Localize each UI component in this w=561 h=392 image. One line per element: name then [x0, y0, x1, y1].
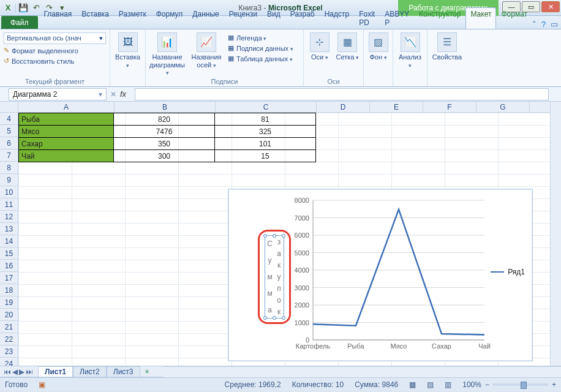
- tab-данные[interactable]: Данные: [187, 7, 224, 29]
- save-icon[interactable]: 💾: [18, 2, 29, 13]
- col-header-C[interactable]: C: [216, 102, 317, 113]
- row-header[interactable]: 11: [0, 198, 18, 211]
- worksheet-grid[interactable]: ABCDEFGHI 456789101112131415161718192021…: [0, 102, 561, 366]
- axis-titles-button[interactable]: 📈Названия осей: [189, 31, 224, 69]
- select-all-corner[interactable]: [0, 102, 18, 113]
- col-header-D[interactable]: D: [317, 102, 370, 113]
- reset-style-button[interactable]: ↺Восстановить стиль: [4, 56, 106, 66]
- row-header[interactable]: 7: [0, 149, 18, 162]
- row-header[interactable]: 21: [0, 321, 18, 333]
- row-header[interactable]: 12: [0, 211, 18, 223]
- tab-рецензи[interactable]: Рецензи: [224, 7, 262, 29]
- row-header[interactable]: 6: [0, 137, 18, 149]
- axes-button[interactable]: ⊹Оси: [307, 31, 332, 61]
- row-header[interactable]: 16: [0, 260, 18, 272]
- row-header[interactable]: 14: [0, 235, 18, 247]
- svg-text:1000: 1000: [295, 319, 309, 326]
- name-box[interactable]: Диаграмма 2▾: [9, 88, 107, 100]
- row-header[interactable]: 20: [0, 309, 18, 321]
- cells-area[interactable]: Рыба82081Мясо7476325Сахар350101Чай30015 …: [18, 113, 550, 366]
- gridlines-button[interactable]: ▦Сетка: [336, 31, 360, 61]
- doc-restore-icon[interactable]: ▭: [551, 20, 558, 29]
- help-icon[interactable]: ?: [541, 20, 546, 29]
- excel-icon: X: [2, 2, 13, 13]
- zoom-in-icon[interactable]: +: [552, 380, 556, 389]
- ribbon-minimize-icon[interactable]: ˄: [532, 20, 537, 29]
- row-header[interactable]: 18: [0, 284, 18, 296]
- group-current-fragment: Вертикальная ось (знач▾ ✎Формат выделенн…: [0, 29, 110, 86]
- ribbon: Вертикальная ось (знач▾ ✎Формат выделенн…: [0, 29, 561, 87]
- tab-file[interactable]: Файл: [1, 16, 38, 29]
- row-header[interactable]: 10: [0, 186, 18, 198]
- table-row[interactable]: Мясо7476325: [19, 126, 316, 138]
- fx-icon[interactable]: fx: [120, 89, 135, 99]
- table-row[interactable]: Сахар350101: [19, 138, 316, 150]
- row-header[interactable]: 4: [0, 113, 18, 125]
- cancel-icon[interactable]: ✕: [107, 90, 120, 99]
- macro-record-icon[interactable]: ▣: [39, 380, 45, 389]
- tab-foxit pd[interactable]: Foxit PD: [354, 7, 380, 29]
- vertical-scrollbar[interactable]: [550, 102, 561, 366]
- axis-title-textbox[interactable]: Сумма закупок: [265, 235, 284, 318]
- chart-title-button[interactable]: 📊Название диаграммы: [149, 31, 185, 77]
- row-header[interactable]: 23: [0, 345, 18, 358]
- tab-надстр[interactable]: Надстр: [320, 7, 355, 29]
- col-header-A[interactable]: A: [18, 102, 115, 113]
- row-header[interactable]: 15: [0, 247, 18, 260]
- zoom-out-icon[interactable]: −: [485, 380, 489, 389]
- analysis-button[interactable]: 📉Анализ: [397, 31, 423, 69]
- horizontal-scrollbar[interactable]: [164, 366, 561, 377]
- tab-разметк[interactable]: Разметк: [114, 7, 151, 29]
- view-normal-icon[interactable]: ▦: [409, 380, 416, 389]
- row-header[interactable]: 24: [0, 358, 18, 366]
- sheet-tab[interactable]: Лист3: [107, 366, 140, 377]
- chart-object[interactable]: 010002000300040005000600070008000Картофе…: [228, 189, 533, 361]
- row-header[interactable]: 8: [0, 162, 18, 174]
- row-header[interactable]: 19: [0, 296, 18, 309]
- format-selection-button[interactable]: ✎Формат выделенного: [4, 45, 106, 56]
- tab-abbyy p[interactable]: ABBYY P: [380, 7, 414, 29]
- tab-вид[interactable]: Вид: [262, 7, 285, 29]
- tab-разраб[interactable]: Разраб: [285, 7, 320, 29]
- tab-формат[interactable]: Формат: [496, 7, 532, 29]
- background-button[interactable]: ▨Фон: [367, 31, 389, 61]
- tab-главная[interactable]: Главная: [39, 7, 77, 29]
- data-table-button[interactable]: ▦Таблица данных: [228, 53, 293, 64]
- zoom-slider[interactable]: [493, 383, 548, 386]
- chart-element-selector[interactable]: Вертикальная ось (знач▾: [4, 31, 106, 45]
- col-header-E[interactable]: E: [370, 102, 423, 113]
- sheet-tab[interactable]: Лист1: [38, 366, 73, 377]
- close-button[interactable]: ✕: [541, 1, 560, 12]
- group-properties: ☰Свойства: [427, 29, 467, 86]
- view-pagebreak-icon[interactable]: ▥: [445, 380, 451, 389]
- row-header[interactable]: 9: [0, 174, 18, 186]
- formula-input[interactable]: [135, 88, 549, 100]
- table-row[interactable]: Чай30015: [19, 150, 316, 162]
- row-header[interactable]: 17: [0, 272, 18, 284]
- table-row[interactable]: Рыба82081: [19, 113, 316, 126]
- col-header-G[interactable]: G: [476, 102, 530, 113]
- data-labels-button[interactable]: ▦Подписи данных: [228, 43, 293, 53]
- row-header[interactable]: 13: [0, 223, 18, 235]
- row-headers[interactable]: 4567891011121314151617181920212223242526…: [0, 113, 18, 366]
- tab-макет[interactable]: Макет: [465, 7, 496, 29]
- sheet-nav[interactable]: ⏮◀▶⏭: [4, 368, 33, 376]
- zoom-value: 100%: [462, 380, 481, 389]
- col-header-B[interactable]: B: [115, 102, 216, 113]
- zoom-control[interactable]: 100% − +: [462, 380, 556, 389]
- tab-формул[interactable]: Формул: [151, 7, 188, 29]
- axes-icon: ⊹: [310, 32, 329, 52]
- tab-конструктор[interactable]: Конструктор: [414, 7, 465, 29]
- legend-button[interactable]: ▦Легенда: [228, 32, 293, 43]
- col-header-F[interactable]: F: [423, 102, 476, 113]
- properties-button[interactable]: ☰Свойства: [431, 31, 463, 61]
- row-header[interactable]: 22: [0, 333, 18, 345]
- column-headers[interactable]: ABCDEFGHI: [18, 102, 561, 113]
- sheet-tab[interactable]: Лист2: [73, 366, 107, 377]
- view-layout-icon[interactable]: ▤: [427, 380, 434, 389]
- tab-вставка[interactable]: Вставка: [77, 7, 114, 29]
- row-header[interactable]: 5: [0, 125, 18, 137]
- chart-legend[interactable]: Ряд1: [491, 268, 525, 276]
- svg-text:2000: 2000: [295, 301, 309, 309]
- insert-button[interactable]: 🖼Вставка: [114, 31, 141, 69]
